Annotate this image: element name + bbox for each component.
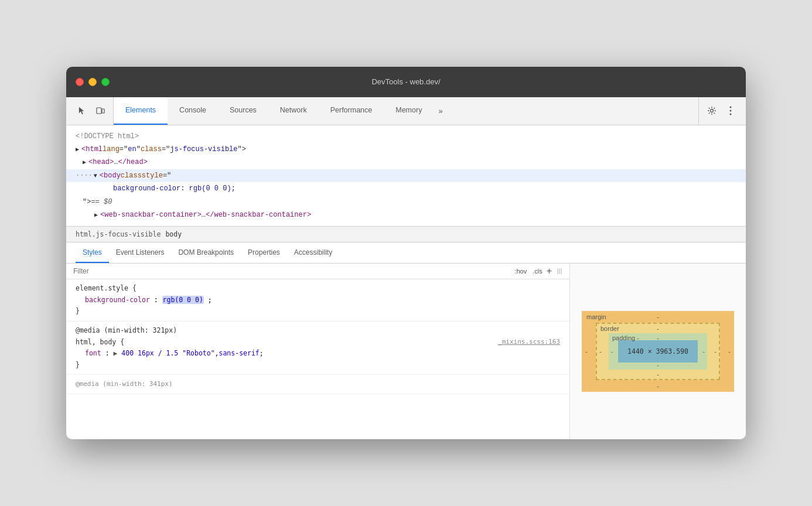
hov-button[interactable]: :hov bbox=[513, 267, 528, 275]
css-media-query: @media (min-width: 321px) bbox=[76, 325, 560, 337]
margin-label: margin bbox=[586, 313, 606, 320]
padding-label: padding - bbox=[612, 334, 639, 341]
snackbar-open-tag: <web-snackbar-container> bbox=[100, 209, 202, 221]
filter-buttons: :hov .cls + bbox=[513, 266, 552, 276]
tab-console[interactable]: Console bbox=[168, 97, 218, 125]
cls-button[interactable]: .cls bbox=[531, 267, 544, 275]
device-icon[interactable] bbox=[92, 102, 108, 119]
subtab-accessibility[interactable]: Accessibility bbox=[287, 242, 339, 263]
body-arrow[interactable]: ▼ bbox=[94, 171, 97, 181]
margin-top: - bbox=[657, 313, 659, 320]
equals-sign: == $0 bbox=[91, 196, 112, 208]
tab-sources[interactable]: Sources bbox=[218, 97, 268, 125]
expand-arrow[interactable]: ▶ bbox=[76, 145, 79, 155]
body-tag: <body bbox=[100, 170, 121, 182]
border-left: - bbox=[599, 348, 602, 355]
subtab-properties[interactable]: Properties bbox=[241, 242, 287, 263]
tab-memory[interactable]: Memory bbox=[384, 97, 434, 125]
padding-bottom: - bbox=[657, 361, 659, 368]
css-partial-text: @media (min-width: 341px) bbox=[76, 378, 560, 390]
css-rule-partial: @media (min-width: 341px) bbox=[66, 375, 569, 394]
html-class-attr: class bbox=[141, 143, 162, 155]
svg-point-2 bbox=[711, 110, 714, 112]
quote-close: "> bbox=[83, 196, 91, 208]
settings-icon[interactable] bbox=[704, 102, 720, 119]
box-padding: padding - - - - 1440 × 3963.590 - bbox=[609, 333, 707, 370]
margin-right: - bbox=[728, 348, 731, 355]
border-label: border bbox=[601, 325, 619, 332]
css-rule-element-style: element.style { background-color : rgb(0… bbox=[66, 279, 569, 322]
titlebar: DevTools - web.dev/ bbox=[66, 67, 746, 97]
padding-top: - bbox=[657, 334, 659, 341]
minimize-button[interactable] bbox=[88, 78, 97, 86]
html-lang-value: en bbox=[128, 143, 136, 155]
window-title: DevTools - web.dev/ bbox=[371, 77, 440, 86]
close-button[interactable] bbox=[76, 78, 84, 86]
svg-point-4 bbox=[730, 110, 732, 112]
box-model-panel: margin - - - border - - - padding - - - … bbox=[570, 264, 746, 439]
border-right: - bbox=[714, 348, 717, 355]
dom-line-html[interactable]: ▶ <html lang =" en " class =" js-focus-v… bbox=[66, 143, 746, 156]
box-content: 1440 × 3963.590 bbox=[618, 340, 698, 363]
css-selector-element: element.style { bbox=[76, 283, 560, 295]
dom-line-bgcolor: background-color: rgb(0 0 0); bbox=[66, 182, 746, 195]
html-class-value: js-focus-visible bbox=[170, 143, 237, 155]
breadcrumb: html.js-focus-visible body bbox=[66, 227, 746, 242]
css-rule-media: @media (min-width: 321px) html, body { _… bbox=[66, 322, 569, 375]
dom-line-body[interactable]: ···· ▼ <body class style =" bbox=[66, 169, 746, 182]
svg-point-3 bbox=[730, 107, 732, 108]
box-border: border - - - padding - - - - 1440 × 3963… bbox=[596, 323, 720, 380]
tab-network[interactable]: Network bbox=[268, 97, 319, 125]
subtab-styles[interactable]: Styles bbox=[76, 242, 109, 263]
styles-panel: :hov .cls + element.style { background-c… bbox=[66, 264, 746, 439]
tabbar-right-icons bbox=[698, 97, 743, 125]
filter-input[interactable] bbox=[73, 267, 508, 275]
head-tag: <head> bbox=[88, 156, 114, 168]
doctype-text: <!DOCTYPE html> bbox=[76, 131, 139, 142]
toolbar-icons bbox=[69, 97, 114, 125]
subtab-event-listeners[interactable]: Event Listeners bbox=[109, 242, 172, 263]
breadcrumb-html[interactable]: html.js-focus-visible bbox=[76, 230, 161, 238]
tab-elements[interactable]: Elements bbox=[114, 97, 168, 125]
traffic-lights bbox=[76, 78, 110, 86]
border-bottom: - bbox=[657, 371, 659, 378]
css-rule-close-2: } bbox=[76, 360, 560, 371]
snackbar-arrow[interactable]: ▶ bbox=[94, 210, 98, 220]
snackbar-close-tag: </web-snackbar-container> bbox=[206, 209, 311, 221]
bgcolor-value: background-color: rgb(0 0 0); bbox=[113, 183, 236, 194]
add-style-button[interactable]: + bbox=[547, 266, 552, 276]
padding-right: - bbox=[702, 348, 705, 355]
body-dots: ···· bbox=[76, 170, 93, 182]
maximize-button[interactable] bbox=[101, 78, 110, 86]
dom-line-snackbar[interactable]: ▶ <web-snackbar-container> … </web-snack… bbox=[66, 208, 746, 221]
head-arrow[interactable]: ▶ bbox=[83, 158, 86, 167]
dom-line-equals: "> == $0 bbox=[66, 196, 746, 208]
svg-rect-1 bbox=[102, 109, 104, 113]
body-style-attr: style bbox=[142, 170, 163, 182]
filter-bar: :hov .cls + bbox=[66, 264, 569, 279]
subtab-bar: Styles Event Listeners DOM Breakpoints P… bbox=[66, 242, 746, 264]
css-rules-panel: :hov .cls + element.style { background-c… bbox=[66, 264, 570, 439]
border-top: - bbox=[657, 325, 659, 332]
tab-bar: Elements Console Sources Network Perform… bbox=[66, 97, 746, 125]
dom-line-head[interactable]: ▶ <head> … </head> bbox=[66, 156, 746, 169]
body-class-attr: class bbox=[121, 170, 142, 182]
margin-left: - bbox=[585, 348, 588, 355]
css-source-link[interactable]: _mixins.scss:163 bbox=[498, 337, 560, 348]
css-property-font: font : ▶ 400 16px / 1.5 "Roboto",sans-se… bbox=[76, 348, 560, 360]
more-tabs-button[interactable]: » bbox=[434, 97, 447, 125]
subtab-dom-breakpoints[interactable]: DOM Breakpoints bbox=[171, 242, 241, 263]
html-lang-attr: lang bbox=[103, 143, 120, 155]
css-html-body-selector: html, body { _mixins.scss:163 bbox=[76, 337, 560, 348]
more-options-icon[interactable] bbox=[722, 102, 739, 119]
dom-panel: <!DOCTYPE html> ▶ <html lang =" en " cla… bbox=[66, 125, 746, 227]
svg-point-5 bbox=[730, 114, 732, 115]
css-property-bgcolor: background-color : rgb(0 0 0) ; bbox=[76, 295, 560, 306]
devtools-window: DevTools - web.dev/ Elements Console bbox=[66, 67, 746, 440]
head-close-tag: </head> bbox=[118, 156, 147, 168]
tab-performance[interactable]: Performance bbox=[319, 97, 384, 125]
breadcrumb-body[interactable]: body bbox=[165, 230, 182, 238]
cursor-icon[interactable] bbox=[73, 102, 90, 119]
html-open-tag: <html bbox=[81, 143, 103, 155]
content-dimensions: 1440 × 3963.590 bbox=[627, 347, 688, 355]
